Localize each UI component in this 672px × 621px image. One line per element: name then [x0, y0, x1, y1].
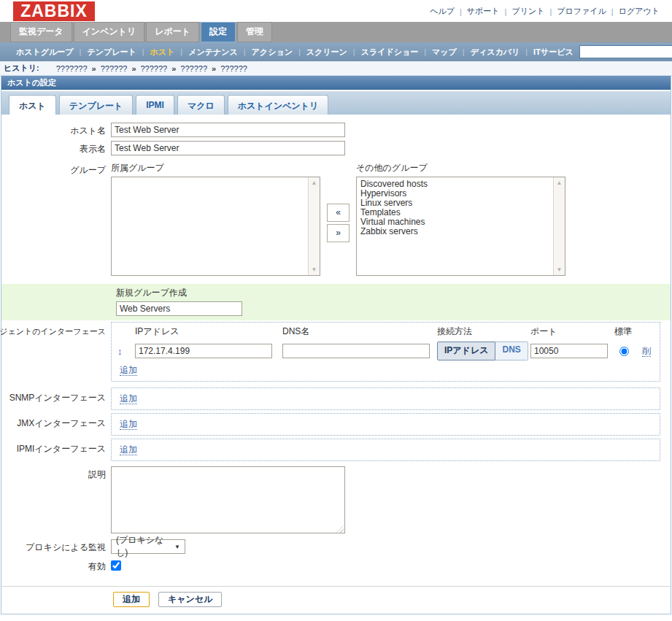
proxy-selected-value: (プロキシなし) — [116, 534, 174, 559]
other-groups-options: Discovered hosts Hypervisors Linux serve… — [357, 177, 565, 239]
history-link[interactable]: ?????? — [99, 64, 130, 73]
sub-nav-hosts[interactable]: ホスト — [144, 47, 181, 58]
main-nav-monitoring[interactable]: 監視データ — [10, 22, 72, 42]
interface-port-input[interactable] — [530, 344, 608, 358]
listbox-scrollbar[interactable]: ▲ ▼ — [308, 177, 320, 275]
main-nav-configuration[interactable]: 設定 — [201, 22, 236, 42]
in-groups-options — [112, 177, 320, 182]
sub-nav-maintenance[interactable]: メンテナンス — [182, 47, 244, 58]
link-separator: | — [503, 7, 509, 16]
history-label: ヒストリ: — [4, 63, 39, 74]
connect-via-dns-button[interactable]: DNS — [495, 342, 528, 360]
jmx-interfaces-label: JMXインターフェース — [1, 413, 111, 436]
profile-link[interactable]: プロファイル — [553, 6, 610, 17]
main-nav: 監視データ インベントリ レポート 設定 管理 — [0, 22, 672, 42]
new-group-row: 新規グループ作成 — [1, 284, 671, 320]
history-link[interactable]: ?????? — [139, 64, 170, 73]
connect-via-ip-button[interactable]: IPアドレス — [437, 342, 495, 360]
support-link[interactable]: サポート — [463, 6, 503, 17]
main-nav-inventory[interactable]: インベントリ — [74, 22, 145, 42]
other-groups-label: その他のグループ — [356, 162, 565, 174]
interface-dns-input[interactable] — [282, 344, 430, 358]
history-separator: » — [90, 64, 99, 73]
tab-host[interactable]: ホスト — [9, 95, 56, 115]
host-form: ホスト名 表示名 グループ 所属グループ ▲ ▼ — [1, 115, 671, 614]
sub-nav-discovery[interactable]: ディスカバリ — [465, 47, 526, 58]
tab-ipmi[interactable]: IPMI — [136, 95, 174, 115]
sub-nav-host-groups[interactable]: ホストグループ — [10, 47, 80, 58]
agent-interfaces-label: エージェントのインターフェース — [1, 322, 111, 382]
cancel-button[interactable]: キャンセル — [158, 592, 222, 607]
description-label: 説明 — [1, 466, 111, 536]
sub-nav-it-services[interactable]: ITサービス — [528, 47, 579, 58]
history-link[interactable]: ?????? — [218, 64, 250, 73]
agent-interface-row: ↕ IPアドレス DNS 削 — [117, 342, 654, 360]
in-groups-listbox[interactable]: ▲ ▼ — [111, 177, 320, 276]
history-separator: » — [209, 64, 218, 73]
proxy-label: プロキシによる監視 — [1, 539, 111, 554]
main-nav-reports[interactable]: レポート — [146, 22, 199, 42]
form-button-bar: 追加 キャンセル — [1, 586, 671, 614]
ipmi-interfaces-box: 追加 — [111, 439, 660, 461]
sub-nav: ホストグループ | テンプレート | ホスト | メンテナンス | アクション … — [0, 42, 672, 61]
host-name-input[interactable] — [111, 123, 345, 137]
scroll-down-icon[interactable]: ▼ — [312, 266, 317, 273]
scroll-down-icon[interactable]: ▼ — [557, 266, 563, 273]
proxy-select[interactable]: (プロキシなし) ▼ — [111, 539, 185, 554]
sub-nav-maps[interactable]: マップ — [426, 47, 463, 58]
other-groups-listbox[interactable]: Discovered hosts Hypervisors Linux serve… — [356, 177, 565, 276]
visible-name-label: 表示名 — [1, 141, 111, 155]
main-nav-administration[interactable]: 管理 — [237, 22, 272, 42]
add-jmx-interface-link[interactable]: 追加 — [120, 419, 137, 430]
add-agent-interface-link[interactable]: 追加 — [120, 365, 137, 376]
default-column-header: 標準 — [612, 325, 634, 338]
history-link[interactable]: ??????? — [54, 64, 90, 73]
listbox-option[interactable]: Zabbix servers — [360, 227, 561, 236]
sub-nav-actions[interactable]: アクション — [246, 47, 298, 58]
remove-interface-link[interactable]: 削 — [642, 346, 651, 357]
top-links: ヘルプ | サポート | プリント | プロファイル | ログアウト — [426, 6, 663, 17]
move-right-button[interactable]: » — [327, 224, 349, 242]
new-group-input[interactable] — [116, 301, 242, 316]
help-link[interactable]: ヘルプ — [426, 6, 458, 17]
default-interface-radio[interactable] — [619, 347, 629, 356]
sub-nav-templates[interactable]: テンプレート — [81, 47, 142, 58]
tab-host-inventory[interactable]: ホストインベントリ — [228, 95, 329, 115]
sub-nav-slideshows[interactable]: スライドショー — [355, 47, 425, 58]
tab-templates[interactable]: テンプレート — [59, 95, 133, 115]
snmp-interfaces-box: 追加 — [111, 387, 660, 410]
sub-nav-screens[interactable]: スクリーン — [301, 47, 353, 58]
content-frame: ホストの設定 ホスト テンプレート IPMI マクロ ホストインベントリ ホスト… — [1, 76, 671, 614]
history-separator: » — [129, 64, 138, 73]
add-snmp-interface-link[interactable]: 追加 — [120, 393, 137, 404]
listbox-scrollbar[interactable]: ▲ ▼ — [553, 177, 565, 275]
description-textarea[interactable] — [111, 466, 345, 533]
tab-macros[interactable]: マクロ — [177, 95, 225, 115]
enabled-checkbox[interactable] — [111, 560, 121, 571]
search-box: 検索 — [579, 45, 672, 59]
logout-link[interactable]: ログアウト — [615, 6, 663, 17]
connect-via-toggle: IPアドレス DNS — [437, 342, 528, 360]
link-separator: | — [458, 7, 463, 16]
link-separator: | — [548, 7, 553, 16]
visible-name-input[interactable] — [111, 141, 345, 155]
history-bar: ヒストリ: ??????? » ?????? » ?????? » ??????… — [0, 61, 672, 76]
port-column-header: ポート — [530, 325, 612, 338]
scroll-up-icon[interactable]: ▲ — [312, 180, 317, 186]
zabbix-logo[interactable]: ZABBIX — [13, 1, 95, 21]
interface-columns-header: IPアドレス DNS名 接続方法 ポート 標準 — [117, 325, 654, 338]
add-ipmi-interface-link[interactable]: 追加 — [120, 444, 137, 455]
search-input[interactable] — [579, 45, 672, 58]
drag-handle-icon[interactable]: ↕ — [117, 346, 123, 357]
history-separator: » — [169, 64, 178, 73]
tab-strip: ホスト テンプレート IPMI マクロ ホストインベントリ — [1, 91, 671, 115]
add-button[interactable]: 追加 — [113, 592, 150, 607]
sub-nav-items: ホストグループ | テンプレート | ホスト | メンテナンス | アクション … — [10, 47, 579, 58]
snmp-interfaces-label: SNMPインターフェース — [1, 387, 111, 410]
move-left-button[interactable]: « — [327, 204, 349, 222]
interface-ip-input[interactable] — [135, 344, 272, 358]
in-groups-label: 所属グループ — [111, 162, 320, 174]
scroll-up-icon[interactable]: ▲ — [557, 180, 563, 186]
history-link[interactable]: ?????? — [178, 64, 209, 73]
print-link[interactable]: プリント — [508, 6, 548, 17]
